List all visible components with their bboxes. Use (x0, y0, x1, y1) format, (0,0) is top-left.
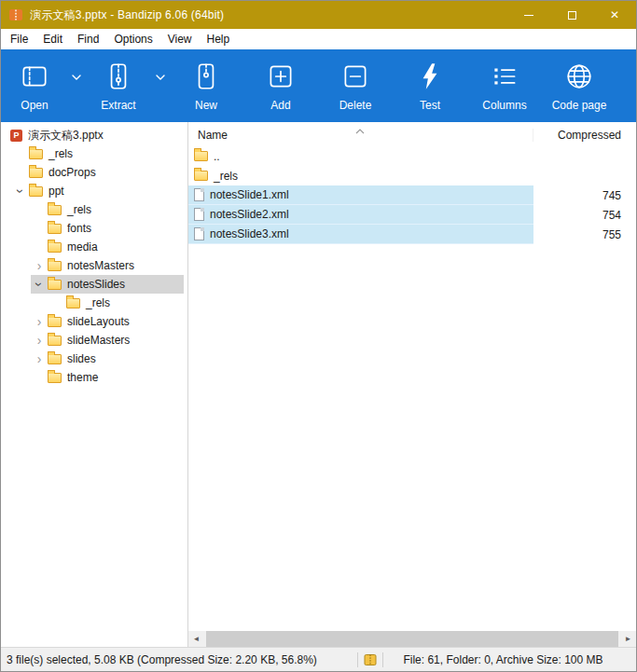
bandizip-logo-icon (8, 7, 23, 22)
chevron-collapsed-icon[interactable] (31, 350, 48, 367)
columns-button[interactable]: Columns (467, 49, 542, 122)
tree-item-theme[interactable]: theme (1, 368, 187, 387)
open-dropdown-button[interactable] (68, 49, 85, 122)
file-row-notesslide3[interactable]: notesSlide3.xml 755 (188, 225, 636, 244)
compressed-value: 754 (533, 205, 636, 225)
folder-icon (48, 242, 62, 253)
tree-item-notesslides-rels[interactable]: _rels (1, 294, 187, 312)
expander-spacer (31, 369, 48, 386)
maximize-button[interactable] (550, 1, 593, 29)
xml-file-icon (194, 188, 204, 201)
scrollbar-track[interactable] (204, 631, 620, 647)
tree-item-rels[interactable]: _rels (1, 144, 187, 163)
file-row-parent-dir[interactable]: .. (188, 146, 636, 166)
xml-file-icon (194, 208, 204, 221)
close-icon (610, 8, 619, 21)
delete-button[interactable]: Delete (318, 49, 393, 122)
tree-item-slidemasters[interactable]: slideMasters (1, 331, 187, 350)
expander-spacer (31, 220, 48, 237)
file-row-rels[interactable]: _rels (188, 166, 636, 185)
folder-icon (66, 298, 80, 309)
list-header: Name Compressed (188, 122, 636, 146)
delete-icon (339, 61, 371, 92)
add-files-icon (265, 61, 297, 92)
folder-icon (48, 224, 62, 234)
horizontal-scrollbar[interactable]: ◄ ► (188, 631, 636, 647)
menu-view[interactable]: View (160, 29, 200, 49)
new-archive-icon (190, 61, 222, 92)
archive-info-status: File: 61, Folder: 0, Archive Size: 100 M… (383, 653, 636, 666)
menu-find[interactable]: Find (70, 29, 106, 49)
folder-icon (29, 149, 43, 159)
pptx-file-icon (10, 130, 22, 142)
test-button[interactable]: Test (393, 49, 467, 122)
expander-spacer (31, 201, 48, 218)
scroll-left-arrow[interactable]: ◄ (188, 631, 204, 647)
chevron-expanded-icon[interactable] (31, 276, 48, 293)
xml-file-icon (194, 227, 204, 240)
scrollbar-thumb[interactable] (206, 631, 618, 647)
compressed-value: 755 (533, 225, 636, 244)
folder-icon (48, 261, 62, 271)
file-row-notesslide2[interactable]: notesSlide2.xml 754 (188, 205, 636, 225)
selection-status: 3 file(s) selected, 5.08 KB (Compressed … (1, 653, 357, 666)
codepage-globe-icon (563, 61, 595, 92)
close-button[interactable] (593, 1, 636, 29)
tree-item-ppt-rels[interactable]: _rels (1, 200, 187, 219)
codepage-button[interactable]: Code page (542, 49, 616, 122)
chevron-down-icon (72, 75, 81, 80)
status-bar: 3 file(s) selected, 5.08 KB (Compressed … (1, 647, 636, 671)
tree-item-slidelayouts[interactable]: slideLayouts (1, 312, 187, 331)
folder-tree: 演示文稿3.pptx _rels docProps (1, 122, 187, 647)
file-row-notesslide1[interactable]: notesSlide1.xml 745 (188, 185, 636, 205)
chevron-collapsed-icon[interactable] (31, 257, 48, 274)
folder-icon (48, 373, 62, 383)
columns-icon (489, 61, 520, 92)
open-button[interactable]: Open (1, 49, 68, 122)
expander-spacer (49, 295, 66, 311)
minimize-button[interactable] (507, 1, 550, 29)
archive-status-icon (358, 653, 382, 666)
tree-item-media[interactable]: media (1, 238, 187, 256)
tree-item-notesslides[interactable]: notesSlides (1, 275, 187, 294)
menu-help[interactable]: Help (200, 29, 238, 49)
chevron-collapsed-icon[interactable] (31, 332, 48, 349)
expander-spacer (12, 145, 29, 162)
menu-bar: File Edit Find Options View Help (1, 29, 636, 49)
toolbar: Open Extract (1, 49, 636, 122)
compressed-value (533, 146, 636, 166)
archive-icon (364, 653, 377, 666)
title-bar: 演示文稿3.pptx - Bandizip 6.06 (64bit) (1, 1, 636, 29)
chevron-down-icon (156, 75, 165, 80)
chevron-collapsed-icon[interactable] (31, 313, 48, 330)
tree-item-archive-root[interactable]: 演示文稿3.pptx (1, 126, 187, 144)
main-content: 演示文稿3.pptx _rels docProps (1, 122, 636, 647)
chevron-expanded-icon[interactable] (12, 183, 29, 199)
add-button[interactable]: Add (243, 49, 318, 122)
folder-icon (194, 171, 208, 181)
compressed-value: 745 (533, 185, 636, 205)
open-archive-icon (19, 61, 50, 92)
folder-icon (48, 317, 62, 327)
tree-item-notesmasters[interactable]: notesMasters (1, 256, 187, 275)
extract-dropdown-button[interactable] (152, 49, 169, 122)
tree-item-slides[interactable]: slides (1, 350, 187, 368)
menu-edit[interactable]: Edit (35, 29, 70, 49)
tree-item-docprops[interactable]: docProps (1, 163, 187, 182)
folder-icon (48, 336, 62, 346)
tree-item-fonts[interactable]: fonts (1, 219, 187, 238)
bandizip-window: 演示文稿3.pptx - Bandizip 6.06 (64bit) File … (0, 0, 637, 672)
test-icon (414, 61, 446, 92)
extract-button[interactable]: Extract (85, 49, 152, 122)
minimize-icon (524, 15, 533, 16)
window-controls (507, 1, 636, 29)
window-title: 演示文稿3.pptx - Bandizip 6.06 (64bit) (30, 7, 224, 23)
menu-file[interactable]: File (3, 29, 35, 49)
menu-options[interactable]: Options (106, 29, 159, 49)
column-header-compressed[interactable]: Compressed (533, 129, 636, 142)
tree-item-ppt[interactable]: ppt (1, 182, 187, 200)
new-archive-button[interactable]: New (169, 49, 243, 122)
scroll-right-arrow[interactable]: ► (620, 631, 636, 647)
app-icon (8, 7, 23, 22)
folder-icon (48, 205, 62, 215)
